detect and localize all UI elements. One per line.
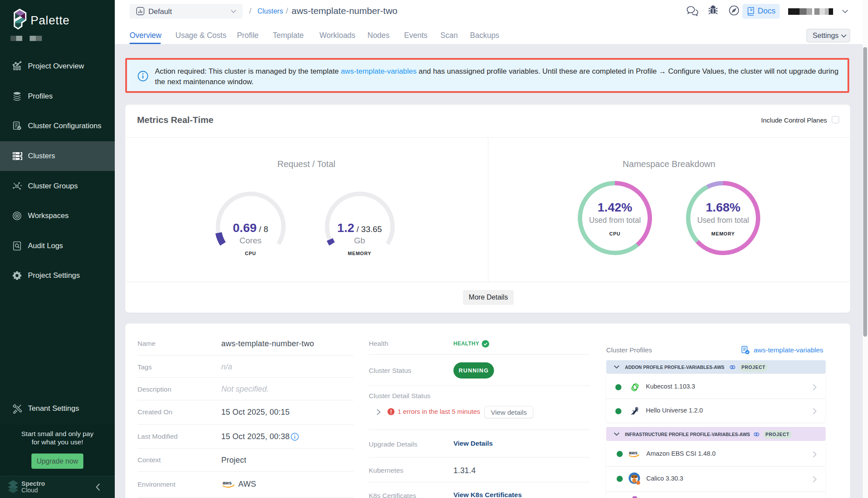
svg-text:aws: aws: [223, 480, 232, 485]
svg-text:aws: aws: [629, 450, 638, 455]
